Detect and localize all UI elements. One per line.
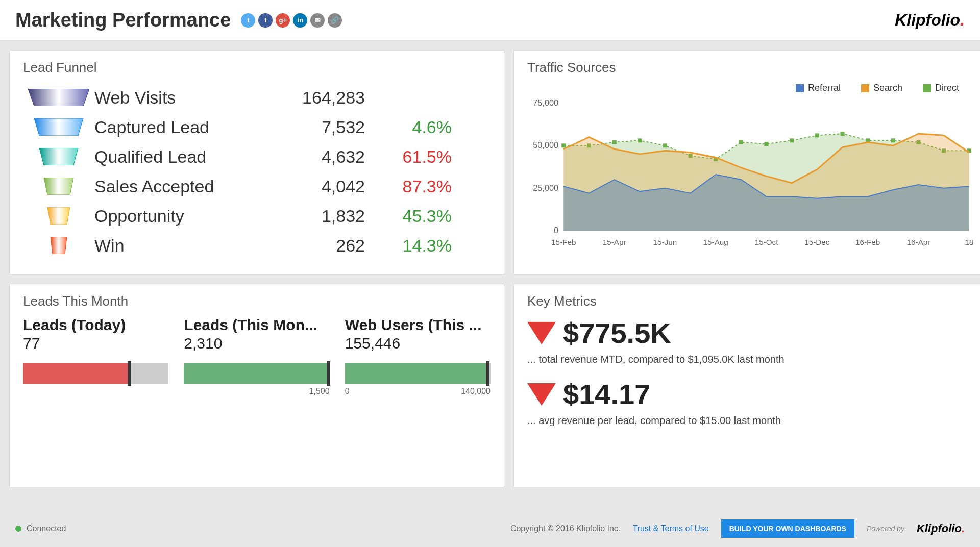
- funnel-row: Win 262 14.3%: [23, 231, 491, 260]
- svg-text:18: 18: [965, 238, 973, 246]
- funnel-row: Opportunity 1,832 45.3%: [23, 201, 491, 231]
- progress-marker-icon: [486, 361, 489, 386]
- funnel-label: Sales Accepted: [94, 177, 263, 196]
- legend-swatch-icon: [861, 84, 869, 92]
- svg-marker-3: [44, 178, 74, 195]
- svg-text:75,000: 75,000: [533, 98, 558, 107]
- funnel-percent: 61.5%: [365, 147, 452, 167]
- progress-fill: [345, 363, 486, 384]
- funnel-value: 164,283: [263, 88, 365, 108]
- panel-title: Key Metrics: [527, 293, 974, 309]
- funnel-value: 7,532: [263, 117, 365, 137]
- metric-description: ... total revenue MTD, compared to $1,09…: [527, 354, 974, 365]
- lead-block: Leads (This Mon... 2,310 1,500: [184, 316, 329, 396]
- metric-value: $775.5K: [563, 316, 671, 350]
- lead-block: Web Users (This ... 155,446 0140,000: [345, 316, 491, 396]
- footer: Connected Copyright © 2016 Klipfolio Inc…: [0, 510, 980, 547]
- svg-rect-17: [739, 140, 743, 144]
- funnel-value: 4,042: [263, 177, 365, 196]
- funnel-label: Opportunity: [94, 206, 263, 226]
- svg-rect-23: [891, 138, 895, 142]
- traffic-chart: 025,00050,00075,00015-Feb15-Apr15-Jun15-…: [527, 98, 974, 251]
- lead-block: Leads (Today) 77: [23, 316, 168, 396]
- funnel-stage-icon: [23, 237, 94, 254]
- chart-legend: ReferralSearchDirect: [796, 83, 959, 93]
- svg-rect-12: [612, 140, 617, 144]
- progress-fill: [184, 363, 327, 384]
- legend-item: Referral: [796, 83, 841, 93]
- header-bar: Marketing Performance t f g+ in ✉ 🔗 Klip…: [0, 0, 980, 41]
- legend-label: Search: [873, 83, 902, 93]
- svg-text:25,000: 25,000: [533, 183, 558, 192]
- lead-label: Leads (Today): [23, 316, 168, 334]
- lead-value: 77: [23, 335, 168, 352]
- googleplus-icon[interactable]: g+: [276, 13, 290, 28]
- lead-label: Leads (This Mon...: [184, 316, 329, 334]
- svg-rect-13: [638, 138, 642, 142]
- svg-marker-2: [39, 148, 78, 165]
- legend-label: Direct: [935, 83, 959, 93]
- svg-rect-14: [663, 143, 667, 147]
- funnel-label: Win: [94, 236, 263, 256]
- panel-title: Leads This Month: [23, 293, 491, 309]
- panel-title: Lead Funnel: [23, 60, 491, 76]
- svg-text:15-Aug: 15-Aug: [703, 238, 728, 246]
- progress-marker-icon: [327, 361, 330, 386]
- funnel-percent: 45.3%: [365, 206, 452, 226]
- funnel-percent: 4.6%: [365, 117, 452, 137]
- svg-rect-18: [764, 142, 768, 146]
- svg-marker-0: [28, 89, 89, 106]
- status-text: Connected: [27, 524, 66, 533]
- legend-swatch-icon: [923, 84, 931, 92]
- metric-item: $14.17 ... avg revenue per lead, compare…: [527, 378, 974, 427]
- facebook-icon[interactable]: f: [258, 13, 273, 28]
- funnel-value: 1,832: [263, 206, 365, 226]
- funnel-value: 4,632: [263, 147, 365, 167]
- progress-bar: [23, 363, 168, 384]
- terms-link[interactable]: Trust & Terms of Use: [632, 524, 708, 533]
- svg-text:0: 0: [554, 226, 558, 235]
- funnel-label: Captured Lead: [94, 117, 263, 137]
- progress-axis: 1,500: [184, 387, 329, 396]
- svg-text:15-Jun: 15-Jun: [653, 238, 677, 246]
- svg-rect-21: [840, 132, 844, 136]
- funnel-row: Captured Lead 7,532 4.6%: [23, 112, 491, 142]
- panel-title: Traffic Sources: [527, 60, 974, 76]
- email-icon[interactable]: ✉: [310, 13, 325, 28]
- build-dashboards-button[interactable]: BUILD YOUR OWN DASHBOARDS: [721, 519, 854, 538]
- funnel-label: Qualified Lead: [94, 147, 263, 167]
- funnel-stage-icon: [23, 89, 94, 106]
- svg-text:16-Feb: 16-Feb: [855, 238, 880, 246]
- legend-item: Direct: [923, 83, 959, 93]
- funnel-stage-icon: [23, 178, 94, 195]
- status-dot-icon: [15, 526, 21, 532]
- progress-bar: [345, 363, 491, 384]
- funnel-row: Web Visits 164,283: [23, 83, 491, 112]
- legend-item: Search: [861, 83, 902, 93]
- brand-logo: Klipfolio.: [895, 11, 965, 30]
- trend-down-icon: [527, 322, 556, 344]
- lead-value: 155,446: [345, 335, 491, 352]
- progress-fill: [23, 363, 128, 384]
- svg-marker-4: [47, 207, 70, 225]
- metric-description: ... avg revenue per lead, compared to $1…: [527, 415, 974, 427]
- svg-text:15-Oct: 15-Oct: [755, 238, 779, 246]
- funnel-label: Web Visits: [94, 88, 263, 108]
- svg-rect-19: [790, 138, 794, 142]
- traffic-sources-panel: Traffic Sources ReferralSearchDirect 025…: [513, 50, 980, 275]
- svg-rect-20: [815, 133, 819, 137]
- copyright-text: Copyright © 2016 Klipfolio Inc.: [510, 524, 620, 533]
- svg-rect-10: [561, 143, 566, 147]
- funnel-percent: 87.3%: [365, 177, 452, 196]
- trend-down-icon: [527, 383, 556, 406]
- link-icon[interactable]: 🔗: [328, 13, 342, 28]
- social-icons: t f g+ in ✉ 🔗: [241, 13, 342, 28]
- brand-logo-small: Klipfolio.: [917, 522, 965, 535]
- svg-marker-5: [51, 237, 67, 254]
- linkedin-icon[interactable]: in: [293, 13, 307, 28]
- twitter-icon[interactable]: t: [241, 13, 255, 28]
- funnel-stage-icon: [23, 207, 94, 225]
- svg-marker-1: [34, 118, 83, 136]
- funnel-value: 262: [263, 236, 365, 256]
- funnel-row: Qualified Lead 4,632 61.5%: [23, 142, 491, 171]
